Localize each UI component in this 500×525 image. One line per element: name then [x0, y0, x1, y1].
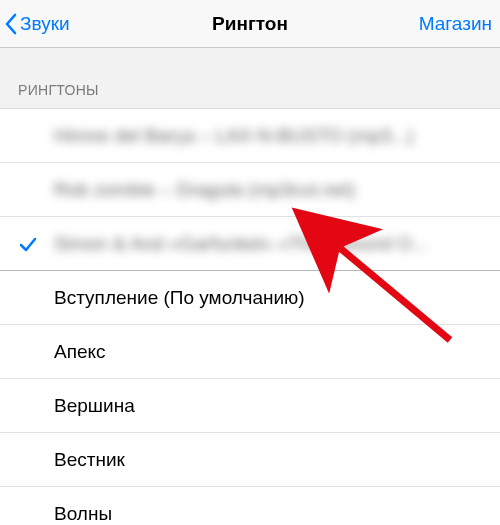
ringtone-label: Вступление (По умолчанию) [54, 287, 305, 309]
ringtone-label: Rob zombie – Dragula (mp3cut.net) [54, 179, 355, 201]
back-button[interactable]: Звуки [4, 12, 70, 36]
builtin-ringtone-row[interactable]: Волны [0, 487, 500, 525]
ringtone-label: Himne del Barça – LAX-N-BUSTO (mp3...) [54, 125, 414, 147]
custom-ringtone-row[interactable]: Rob zombie – Dragula (mp3cut.net) [0, 163, 500, 217]
builtin-ringtone-row[interactable]: Вершина [0, 379, 500, 433]
section-header-ringtones: РИНГТОНЫ [0, 48, 500, 108]
ringtone-label: Волны [54, 503, 112, 525]
back-label: Звуки [20, 13, 70, 35]
ringtone-label: Вестник [54, 449, 125, 471]
ringtone-label: Апекс [54, 341, 106, 363]
custom-ringtone-row[interactable]: Simon & And «Garfunkel» «The» Sound O... [0, 217, 500, 271]
builtin-ringtone-row[interactable]: Апекс [0, 325, 500, 379]
checkmark-icon [18, 234, 38, 254]
builtin-ringtone-row[interactable]: Вступление (По умолчанию) [0, 271, 500, 325]
ringtone-label: Вершина [54, 395, 135, 417]
custom-ringtone-row[interactable]: Himne del Barça – LAX-N-BUSTO (mp3...) [0, 109, 500, 163]
store-button[interactable]: Магазин [419, 13, 492, 35]
navbar: Звуки Рингтон Магазин [0, 0, 500, 48]
ringtone-label: Simon & And «Garfunkel» «The» Sound O... [54, 233, 428, 255]
chevron-left-icon [4, 12, 18, 36]
ringtone-list: Himne del Barça – LAX-N-BUSTO (mp3...) R… [0, 108, 500, 525]
builtin-ringtone-row[interactable]: Вестник [0, 433, 500, 487]
